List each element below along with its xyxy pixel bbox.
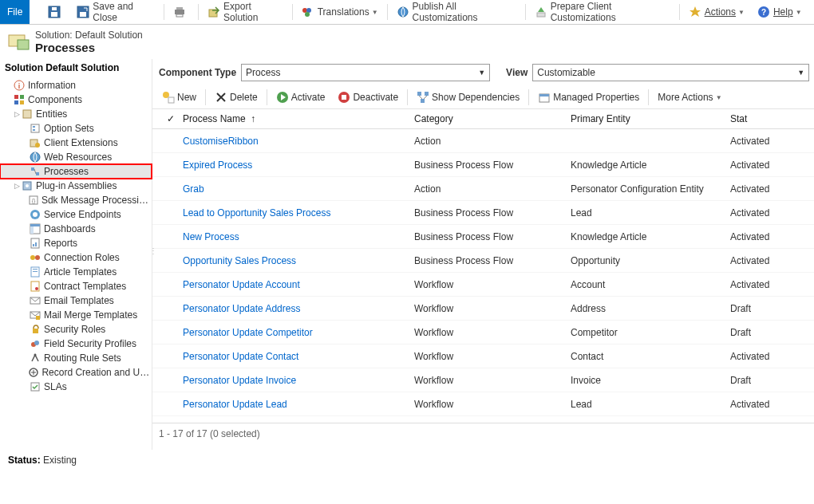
sidebar-item-mail-merge-templates[interactable]: Mail Merge Templates [0, 308, 152, 322]
table-row[interactable]: Expired ProcessBusiness Process FlowKnow… [152, 153, 814, 177]
table-row[interactable]: Personator Update LeadWorkflowLeadActiva… [152, 392, 814, 416]
managed-props-label: Managed Properties [553, 92, 639, 103]
sidebar-item-article-templates[interactable]: Article Templates [0, 265, 152, 279]
sidebar-item-record-creation-and-upda[interactable]: Record Creation and Upda... [0, 365, 152, 380]
table-row[interactable]: Personator Update AddressWorkflowAddress… [152, 297, 814, 321]
col-header-name[interactable]: Process Name ↑ [178, 113, 414, 124]
sidebar-item-slas[interactable]: SLAs [0, 380, 152, 394]
show-dependencies-button[interactable]: Show Dependencies [410, 86, 526, 108]
svg-point-30 [30, 152, 40, 162]
view-select[interactable]: Customizable ▼ [532, 64, 809, 81]
sidebar-item-security-roles[interactable]: Security Roles [0, 322, 152, 337]
sidebar-item-routing-rule-sets[interactable]: Routing Rule Sets [0, 351, 152, 365]
sidebar-item-connection-roles[interactable]: Connection Roles [0, 250, 152, 265]
deactivate-button[interactable]: Deactivate [331, 86, 405, 108]
sidebar-item-entities[interactable]: ▷Entities [0, 107, 152, 121]
resize-handle[interactable]: ⋮ [149, 246, 157, 255]
sidebar-item-components[interactable]: Components [0, 93, 152, 107]
process-link[interactable]: Expired Process [183, 159, 252, 171]
process-link[interactable]: Personator Update Lead [183, 399, 287, 410]
table-row[interactable]: Personator Update OrderWorkflowOrderDraf… [152, 416, 814, 423]
process-link[interactable]: CustomiseRibbon [183, 136, 259, 147]
table-row[interactable]: Opportunity Sales ProcessBusiness Proces… [152, 249, 814, 273]
sidebar-item-plug-in-assemblies[interactable]: ▷Plug-in Assemblies [0, 179, 152, 193]
connroles-icon [29, 252, 41, 263]
export-solution-button[interactable]: Export Solution [201, 0, 290, 24]
sidebar-item-dashboards[interactable]: Dashboards [0, 222, 152, 236]
more-actions-button[interactable]: More Actions [651, 86, 728, 108]
process-link[interactable]: Personator Update Invoice [183, 375, 296, 386]
sidebar-item-label: Mail Merge Templates [44, 309, 137, 321]
process-link[interactable]: Opportunity Sales Process [183, 255, 296, 266]
component-type-select[interactable]: Process ▼ [241, 64, 490, 81]
cell-entity: Knowledge Article [571, 231, 730, 242]
cell-category: Workflow [414, 327, 571, 338]
actions-button[interactable]: Actions [682, 0, 751, 24]
process-link[interactable]: Personator Update Address [183, 303, 300, 314]
sidebar-item-reports[interactable]: Reports [0, 236, 152, 250]
table-row[interactable]: Personator Update AccountWorkflowAccount… [152, 273, 814, 297]
table-row[interactable]: Personator Update CompetitorWorkflowComp… [152, 321, 814, 345]
sidebar-item-label: Web Resources [44, 152, 112, 163]
footer-count: 1 - 17 of 17 (0 selected) [159, 428, 260, 439]
sidebar-item-option-sets[interactable]: Option Sets [0, 121, 152, 136]
cell-category: Workflow [414, 351, 571, 362]
sdk-icon: {} [28, 195, 39, 206]
svg-rect-4 [80, 12, 86, 17]
help-button[interactable]: ? Help [751, 0, 808, 24]
svg-rect-31 [31, 167, 34, 171]
toolbar-separator [267, 89, 267, 105]
sidebar-item-email-templates[interactable]: Email Templates [0, 293, 152, 308]
articletmpl-icon [29, 266, 41, 278]
entities-icon [21, 108, 34, 120]
sidebar-item-client-extensions[interactable]: Client Extensions [0, 136, 152, 150]
new-button[interactable]: New [156, 86, 203, 108]
grid-body[interactable]: CustomiseRibbonActionActivatedExpired Pr… [152, 129, 814, 423]
filter-row: Component Type Process ▼ View Customizab… [152, 59, 814, 86]
prepare-client-button[interactable]: Prepare Client Customizations [528, 0, 677, 24]
content-row: Solution Default Solution iInformationCo… [0, 59, 814, 450]
process-link[interactable]: New Process [183, 231, 239, 242]
sidebar-item-contract-templates[interactable]: Contract Templates [0, 279, 152, 293]
col-header-status[interactable]: Stat [730, 113, 754, 124]
translations-button[interactable]: Translations [295, 0, 385, 24]
process-link[interactable]: Grab [183, 183, 204, 195]
table-row[interactable]: GrabActionPersonator Configuration Entit… [152, 177, 814, 201]
sidebar-item-information[interactable]: iInformation [0, 78, 152, 93]
managed-properties-button[interactable]: Managed Properties [531, 86, 646, 108]
managed-props-icon [538, 91, 551, 104]
svg-rect-66 [417, 92, 421, 96]
delete-button[interactable]: Delete [208, 86, 264, 108]
table-row[interactable]: Personator Update ContactWorkflowContact… [152, 345, 814, 368]
table-row[interactable]: CustomiseRibbonActionActivated [152, 129, 814, 153]
select-all-checkbox[interactable]: ✓ [164, 113, 178, 124]
save-and-close-button[interactable]: Save and Close [70, 0, 161, 24]
file-button[interactable]: File [0, 0, 30, 24]
col-header-entity[interactable]: Primary Entity [571, 113, 730, 124]
print-icon-button[interactable] [167, 0, 196, 24]
col-header-category[interactable]: Category [414, 113, 571, 124]
svg-point-29 [35, 143, 40, 148]
sidebar-item-sdk-message-processing-s[interactable]: {}Sdk Message Processing S... [0, 193, 152, 207]
sidebar-item-field-security-profiles[interactable]: Field Security Profiles [0, 337, 152, 351]
table-row[interactable]: Lead to Opportunity Sales ProcessBusines… [152, 201, 814, 225]
publish-all-button[interactable]: Publish All Customizations [390, 0, 523, 24]
plugin-icon [21, 180, 34, 191]
save-icon-button[interactable] [41, 0, 70, 24]
activate-button[interactable]: Activate [270, 86, 332, 108]
sidebar-item-processes[interactable]: Processes [0, 164, 152, 179]
sidebar-item-label: Connection Roles [44, 252, 120, 263]
sidebar-item-web-resources[interactable]: Web Resources [0, 150, 152, 164]
cell-name: Personator Update Account [178, 279, 414, 290]
table-row[interactable]: Personator Update InvoiceWorkflowInvoice… [152, 368, 814, 392]
process-link[interactable]: Lead to Opportunity Sales Process [183, 207, 330, 219]
sidebar-item-service-endpoints[interactable]: Service Endpoints [0, 207, 152, 222]
svg-point-11 [305, 12, 310, 17]
svg-point-12 [398, 7, 408, 17]
table-row[interactable]: New ProcessBusiness Process FlowKnowledg… [152, 225, 814, 249]
process-link[interactable]: Personator Update Contact [183, 351, 298, 362]
process-link[interactable]: Personator Update Account [183, 279, 300, 290]
process-link[interactable]: Personator Update Competitor [183, 327, 313, 338]
cell-status: Draft [730, 375, 778, 386]
sidebar-item-label: Client Extensions [44, 137, 118, 148]
